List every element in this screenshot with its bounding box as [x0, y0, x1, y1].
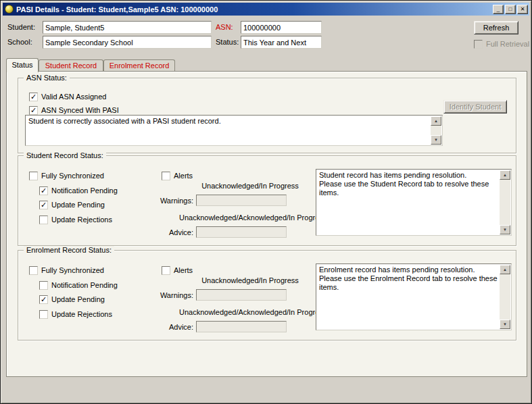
asn-status-group: ASN Status: ✓ Valid ASN Assigned ✓ ASN S… — [18, 78, 516, 153]
checkbox-label: Fully Synchronized — [41, 172, 104, 180]
check-icon: ✓ — [41, 187, 47, 195]
checkbox-box: ✓ — [39, 201, 48, 209]
school-field[interactable] — [43, 36, 212, 49]
tab-enrolment-record[interactable]: Enrolment Record — [103, 59, 175, 72]
tab-student-record[interactable]: Student Record — [39, 59, 103, 72]
checkbox-label: Fully Synchronized — [41, 266, 104, 274]
checkbox-label: Notification Pending — [51, 281, 118, 289]
checkbox-box: ✓ — [162, 172, 170, 180]
checkbox-label: Alerts — [174, 172, 193, 180]
checkbox-label: Valid ASN Assigned — [41, 93, 106, 101]
checkbox-label: Update Pending — [51, 295, 105, 303]
er-warnings-header: Unacknowledged/In Progress — [179, 276, 321, 284]
status-label: Status: — [216, 38, 239, 46]
scroll-down-button[interactable]: ▼ — [500, 320, 510, 329]
minimize-button[interactable]: _ — [493, 5, 504, 14]
checkbox-label: Notification Pending — [51, 186, 118, 195]
er-advice-header: Unacknowledged/Acknowledged/In Progress — [179, 308, 321, 316]
maximize-button[interactable]: □ — [505, 5, 516, 14]
student-label: Student: — [7, 23, 35, 31]
scroll-up-button[interactable]: ▲ — [500, 170, 510, 180]
er-advice-label: Advice: — [140, 323, 193, 331]
message-text: Student is correctly associated with a P… — [28, 117, 429, 144]
sr-update-pending-checkbox[interactable]: ✓ Update Pending — [39, 200, 105, 209]
enrolment-record-status-group: Enrolment Record Status: ✓ Fully Synchro… — [18, 250, 516, 340]
er-warnings-field[interactable] — [196, 289, 287, 301]
scroll-up-button[interactable]: ▲ — [431, 116, 441, 126]
checkbox-box: ✓ — [29, 93, 38, 101]
asn-synced-checkbox[interactable]: ✓ ASN Synced With PASI — [29, 105, 119, 115]
sr-update-rejections-checkbox[interactable]: ✓ Update Rejections — [39, 215, 112, 224]
sr-warnings-header: Unacknowledged/In Progress — [179, 182, 321, 190]
checkbox-label: Update Rejections — [51, 310, 112, 318]
checkbox-label: Update Rejections — [51, 216, 112, 224]
enrolment-record-message-box[interactable]: Enrolment record has items pending resol… — [316, 263, 512, 330]
status-tab-page: ASN Status: ✓ Valid ASN Assigned ✓ ASN S… — [6, 71, 527, 377]
check-icon: ✓ — [41, 296, 47, 303]
checkbox-label: ASN Synced With PASI — [41, 106, 119, 114]
checkbox-box: ✓ — [39, 281, 48, 290]
scrollbar[interactable]: ▲ ▼ — [431, 116, 441, 145]
er-warnings-label: Warnings: — [140, 291, 193, 299]
sr-alerts-checkbox[interactable]: ✓ Alerts — [162, 171, 193, 180]
valid-asn-checkbox[interactable]: ✓ Valid ASN Assigned — [29, 92, 106, 101]
message-text: Enrolment record has items pending resol… — [319, 266, 498, 328]
app-icon — [5, 5, 14, 14]
asn-status-message-box[interactable]: Student is correctly associated with a P… — [25, 115, 443, 146]
sr-fully-synchronized-checkbox[interactable]: ✓ Fully Synchronized — [29, 171, 104, 180]
sr-advice-field[interactable] — [196, 226, 287, 238]
checkbox-box: ✓ — [39, 186, 48, 195]
identify-student-button[interactable]: Identify Student — [443, 100, 507, 113]
er-fully-synchronized-checkbox[interactable]: ✓ Fully Synchronized — [29, 266, 104, 275]
checkbox-box: ✓ — [39, 310, 48, 319]
refresh-button[interactable]: Refresh — [474, 21, 518, 34]
er-notification-pending-checkbox[interactable]: ✓ Notification Pending — [39, 280, 118, 290]
scroll-down-button[interactable]: ▼ — [500, 225, 510, 234]
sr-advice-header: Unacknowledged/Acknowledged/In Progress — [179, 213, 321, 222]
scroll-down-button[interactable]: ▼ — [431, 135, 441, 145]
check-icon: ✓ — [30, 93, 37, 101]
checkbox-box: ✓ — [29, 266, 38, 275]
er-update-rejections-checkbox[interactable]: ✓ Update Rejections — [39, 309, 112, 319]
enrolment-record-group-title: Enrolment Record Status: — [24, 246, 114, 254]
student-record-message-box[interactable]: Student record has items pending resolut… — [316, 169, 512, 236]
student-field[interactable] — [43, 21, 212, 34]
tab-strip: Status Student Record Enrolment Record — [6, 58, 527, 72]
asn-status-group-title: ASN Status: — [24, 74, 70, 82]
pasi-details-window: PASI Details - Student: Student,Sample5 … — [0, 0, 532, 404]
student-record-status-group: Student Record Status: ✓ Fully Synchroni… — [18, 155, 516, 246]
window-title: PASI Details - Student: Student,Sample5 … — [16, 5, 491, 14]
checkbox-label: Alerts — [174, 266, 193, 274]
sr-notification-pending-checkbox[interactable]: ✓ Notification Pending — [39, 186, 118, 195]
checkbox-box: ✓ — [39, 216, 48, 224]
er-advice-field[interactable] — [196, 321, 287, 332]
check-icon: ✓ — [41, 201, 47, 209]
scrollbar[interactable]: ▲ ▼ — [500, 170, 510, 234]
asn-label: ASN: — [216, 23, 233, 31]
status-field[interactable] — [241, 36, 322, 49]
scroll-up-button[interactable]: ▲ — [500, 265, 510, 274]
title-bar[interactable]: PASI Details - Student: Student,Sample5 … — [3, 3, 529, 16]
checkbox-box: ✓ — [29, 172, 38, 180]
er-alerts-checkbox[interactable]: ✓ Alerts — [162, 266, 193, 275]
checkbox-box: ✓ — [162, 266, 170, 275]
sr-advice-label: Advice: — [140, 228, 193, 236]
check-icon: ✓ — [30, 107, 37, 114]
full-retrieval-checkbox[interactable]: ✓ Full Retrieval — [474, 39, 529, 49]
checkbox-box: ✓ — [29, 106, 38, 115]
sr-warnings-label: Warnings: — [140, 197, 193, 205]
checkbox-label: Full Retrieval — [486, 40, 529, 48]
checkbox-box: ✓ — [39, 295, 48, 304]
er-update-pending-checkbox[interactable]: ✓ Update Pending — [39, 295, 105, 304]
message-text: Student record has items pending resolut… — [319, 171, 498, 234]
checkbox-box: ✓ — [474, 40, 483, 49]
scrollbar[interactable]: ▲ ▼ — [500, 265, 510, 329]
asn-field[interactable] — [241, 21, 322, 34]
close-button[interactable]: ✕ — [517, 5, 528, 14]
school-label: School: — [7, 38, 32, 46]
tab-status[interactable]: Status — [6, 58, 39, 72]
student-record-group-title: Student Record Status: — [24, 151, 106, 159]
checkbox-label: Update Pending — [51, 201, 105, 209]
sr-warnings-field[interactable] — [196, 195, 287, 206]
